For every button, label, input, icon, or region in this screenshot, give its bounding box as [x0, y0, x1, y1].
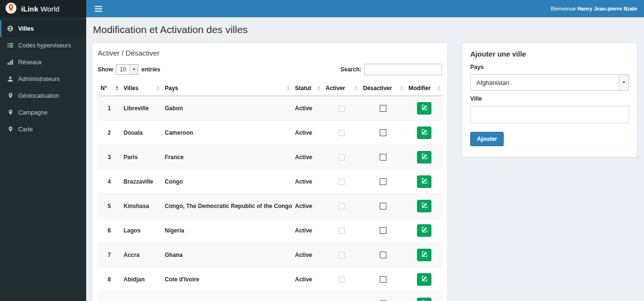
row-statut: Active: [292, 243, 323, 267]
desactiver-checkbox[interactable]: [380, 178, 386, 185]
activer-checkbox[interactable]: [339, 252, 345, 258]
pays-select[interactable]: Afghanistan: [470, 74, 629, 91]
brand-title: iLink World: [21, 5, 59, 13]
row-ville: Libreville: [121, 96, 162, 121]
column-header-pays[interactable]: Pays: [162, 81, 292, 96]
row-ville: Accra: [121, 243, 162, 267]
desactiver-checkbox[interactable]: [380, 276, 386, 283]
activer-checkbox[interactable]: [339, 228, 345, 234]
row-pays: Cote d'Ivoire: [162, 267, 292, 292]
add-panel-title: Ajouter une ville: [470, 50, 629, 58]
activer-checkbox[interactable]: [339, 203, 345, 209]
sidebar-item-codes-hyperviseurs[interactable]: Codes hyperviseurs: [0, 37, 86, 54]
sidebar-item-label: Administrateurs: [18, 76, 60, 82]
page-length-select[interactable]: 10: [116, 64, 138, 75]
activer-checkbox[interactable]: [339, 277, 345, 283]
ville-row: 6LagosNigeriaActive: [98, 219, 443, 243]
activer-checkbox[interactable]: [339, 130, 345, 136]
row-statut: Active: [292, 194, 323, 219]
row-statut: Active: [292, 145, 323, 170]
page-length-control: Show 10 entries: [98, 64, 160, 75]
row-statut: Active: [292, 170, 323, 194]
edit-icon: [421, 104, 428, 112]
desactiver-checkbox[interactable]: [380, 154, 386, 161]
row-statut: Active: [292, 219, 323, 243]
row-num: 4: [98, 170, 121, 194]
row-pays: Nigeria: [162, 219, 292, 243]
sidebar-item-geolocalisation[interactable]: Géolocalisation: [0, 87, 86, 104]
sidebar-item-label: Géolocalisation: [18, 93, 59, 99]
column-header-desactiver[interactable]: Désactiver: [360, 81, 406, 96]
table-controls: Show 10 entries Search:: [98, 64, 442, 75]
sidebar-item-reseaux[interactable]: Réseaux: [0, 54, 86, 70]
desactiver-checkbox[interactable]: [380, 227, 386, 234]
desactiver-checkbox[interactable]: [380, 203, 386, 209]
desactiver-checkbox[interactable]: [380, 129, 386, 136]
sort-icon: [317, 86, 320, 91]
marker-icon: [7, 109, 14, 116]
modifier-button[interactable]: [417, 224, 431, 237]
marker-icon: [7, 126, 14, 132]
add-ville-panel: Ajouter une ville Pays Afghanistan Ville…: [462, 43, 637, 157]
modifier-button[interactable]: [417, 175, 431, 188]
row-pays: Ghana: [162, 243, 292, 267]
sidebar-item-label: Réseaux: [18, 59, 42, 66]
modifier-button[interactable]: [417, 151, 431, 163]
sort-icon: [438, 86, 441, 91]
row-num: 6: [98, 219, 121, 243]
activer-checkbox[interactable]: [339, 179, 345, 185]
column-header-villes[interactable]: Villes: [121, 81, 162, 96]
sidebar-item-label: Codes hyperviseurs: [18, 42, 71, 49]
sidebar-item-villes[interactable]: Villes: [0, 20, 86, 37]
pays-selected-value: Afghanistan: [476, 79, 509, 86]
ajouter-button[interactable]: Ajouter: [470, 132, 504, 146]
sort-icon: [400, 86, 403, 91]
edit-icon: [421, 227, 428, 234]
modifier-button[interactable]: [417, 273, 431, 286]
column-header-modifier[interactable]: Modifier: [406, 81, 443, 96]
modifier-button[interactable]: [417, 127, 431, 139]
row-statut: Active: [292, 292, 323, 301]
row-pays: France: [162, 145, 292, 170]
row-pays: Congo: [162, 170, 292, 194]
row-num: 5: [98, 194, 121, 219]
edit-icon: [421, 178, 428, 185]
sort-icon: [287, 86, 290, 91]
row-num: 1: [98, 96, 121, 121]
sidebar-item-label: Campagne: [18, 109, 47, 116]
row-ville: Douala: [121, 121, 162, 145]
row-num: 2: [98, 121, 121, 145]
row-pays: Senegal: [162, 292, 292, 301]
brand[interactable]: iLink World: [0, 0, 86, 17]
sidebar-item-carte[interactable]: Carte: [0, 121, 86, 138]
chevron-down-icon: [130, 65, 138, 74]
modifier-button[interactable]: [417, 298, 431, 301]
row-pays: Cameroon: [162, 121, 292, 145]
ville-row: 2DoualaCameroonActive: [98, 121, 443, 145]
search-control: Search:: [340, 64, 442, 75]
sidebar-item-label: Carte: [18, 126, 33, 133]
top-navbar: iLink World Bienvenue Hanry Jean-pierre …: [0, 0, 644, 17]
modifier-button[interactable]: [417, 249, 431, 261]
column-header-activer[interactable]: Activer: [323, 81, 360, 96]
row-statut: Active: [292, 96, 323, 121]
pays-label: Pays: [470, 64, 629, 70]
row-pays: Congo, The Democratic Republic of the Co…: [162, 194, 292, 219]
column-header-n[interactable]: N°: [98, 81, 121, 96]
activer-checkbox[interactable]: [339, 105, 345, 112]
row-ville: Lagos: [121, 219, 162, 243]
modifier-button[interactable]: [417, 200, 431, 212]
sidebar-item-campagne[interactable]: Campagne: [0, 104, 86, 121]
search-input[interactable]: [364, 64, 442, 75]
sidebar-item-administrateurs[interactable]: Administrateurs: [0, 70, 86, 87]
sidebar-toggle-button[interactable]: [93, 4, 104, 14]
ville-input[interactable]: [470, 106, 629, 123]
desactiver-checkbox[interactable]: [380, 252, 386, 258]
desactiver-checkbox[interactable]: [380, 105, 386, 112]
row-ville: Dakar: [121, 292, 162, 301]
modifier-button[interactable]: [417, 102, 431, 115]
edit-icon: [421, 153, 428, 161]
activer-checkbox[interactable]: [339, 154, 345, 161]
column-header-statut[interactable]: Statut: [292, 81, 323, 96]
row-statut: Active: [292, 121, 323, 145]
